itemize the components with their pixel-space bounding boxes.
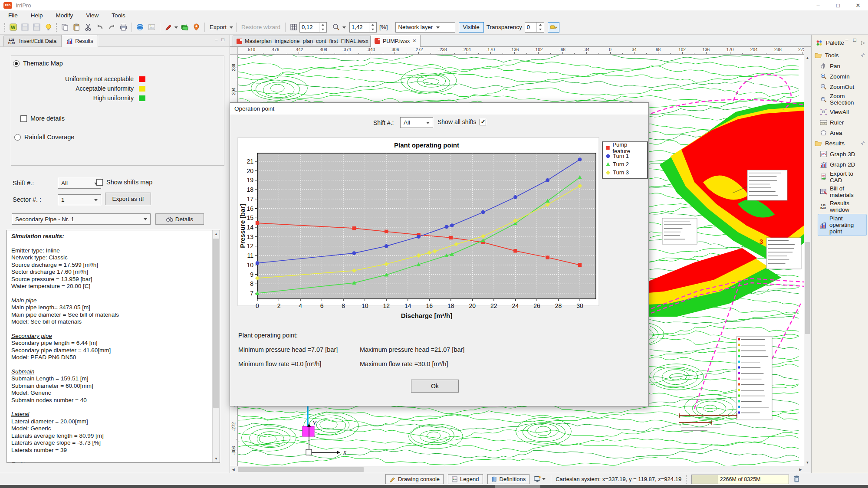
scroll-left-icon[interactable]: ◀ [230,466,237,473]
definitions-button[interactable]: Definitions [487,474,530,484]
transparency-input[interactable] [525,23,536,32]
cut-button[interactable] [82,21,94,33]
export-button[interactable]: Export [210,24,227,30]
save-all-button[interactable] [31,21,43,33]
palette-item-zoomout[interactable]: ZoomOut [812,82,868,92]
export-rtf-button[interactable]: Export as rtf [105,193,151,205]
export-dropdown-arrow[interactable] [230,26,233,30]
more-details-checkbox[interactable] [20,115,27,122]
toolbar-handle[interactable] [4,23,6,32]
menu-view[interactable]: View [82,12,102,19]
paste-button[interactable] [71,21,82,33]
view-mode-dropdown-arrow[interactable] [542,478,546,482]
palette-item-results-window[interactable]: 1,23E+03 Results window [812,199,868,214]
scrollbar-thumb[interactable] [805,242,810,334]
menu-help[interactable]: Help [27,12,47,19]
redo-button[interactable] [106,21,118,33]
map-horizontal-scrollbar[interactable]: ◀ ▶ [230,466,804,473]
scroll-down-icon[interactable]: ▼ [804,459,811,466]
pin-icon[interactable] [860,52,865,59]
shift-select[interactable]: All [58,178,101,189]
close-tab-icon[interactable]: ✕ [412,38,416,44]
pen-style-dropdown-arrow[interactable] [174,26,178,30]
panel-maximize-icon[interactable]: □ [221,37,224,42]
menu-file[interactable]: File [4,12,22,19]
view-mode-button[interactable] [534,476,546,482]
tab-insert-edit-data[interactable]: 1,23E+03 Insert/Edit Data [3,36,61,46]
grid-size-up[interactable] [319,23,326,27]
dialog-shift-select[interactable]: All [400,117,433,128]
transparency-down[interactable] [537,27,544,32]
palette-item-graph-2d[interactable]: Graph 2D [812,159,868,170]
gis-button[interactable] [191,21,202,33]
show-shifts-map-checkbox[interactable] [96,179,103,186]
maximize-window-button[interactable]: □ [828,0,848,10]
palette-section-tools[interactable]: Tools [812,50,868,61]
scrollbar-thumb[interactable] [238,467,364,472]
save-button[interactable] [19,21,31,33]
new-project-button[interactable]: W [7,21,19,33]
rainfall-coverage-radio[interactable] [14,134,21,141]
mdi-restore-icon[interactable]: □ [853,37,856,43]
zoom-level-stepper[interactable] [349,22,377,33]
ok-button[interactable]: Ok [411,380,459,393]
toolbar-handle[interactable] [56,23,57,32]
zoom-tool-button[interactable] [330,21,342,33]
zoom-level-input[interactable] [350,23,369,32]
costs-button[interactable] [179,21,191,33]
dialog-title[interactable]: Operation point [230,103,648,115]
tab-results[interactable]: Results [61,35,98,47]
legend-button[interactable]: Legend [448,474,483,484]
palette-item-zoom-selection[interactable]: Zoom Selection [812,92,868,107]
scrollbar-thumb[interactable] [213,239,219,408]
palette-item-area[interactable]: Area [812,128,868,138]
palette-item-viewall[interactable]: ViewAll [812,107,868,117]
palette-item-export-to-cad[interactable]: dxf Export to CAD [812,170,868,184]
grid-size-stepper[interactable] [299,22,327,33]
panel-minimize-icon[interactable]: – [215,37,217,42]
sector-select[interactable]: 1 [58,194,101,205]
layer-properties-button[interactable] [548,22,559,33]
pen-style-button[interactable] [162,21,174,33]
palette-item-plant-operating-point[interactable]: Plant operating point [818,214,867,236]
palette-collapse-icon[interactable]: ▷ [861,40,865,46]
scroll-right-icon[interactable]: ▶ [797,466,804,473]
palette-item-graph-3d[interactable]: Graph 3D [812,149,868,159]
palette-section-results[interactable]: Results [812,138,868,149]
tab-masterplan-document[interactable]: Masterplan_irrigazione_plan_cont_first_F… [233,36,371,46]
undo-button[interactable] [94,21,106,33]
restore-wizard-button[interactable]: Restore wizard [241,24,280,30]
google-earth-button[interactable] [134,21,146,33]
show-all-shifts-checkbox[interactable] [480,119,486,125]
pin-icon[interactable] [860,140,865,147]
thematic-map-radio[interactable] [13,60,20,67]
palette-item-zoomin[interactable]: ZoomIn [812,71,868,82]
layer-select[interactable]: Network layer [395,22,455,33]
scroll-up-icon[interactable]: ▲ [804,55,811,61]
tab-pump-document[interactable]: PUMP.iwsx ✕ [371,35,421,47]
zoom-dropdown-arrow[interactable] [342,26,346,30]
pipe-select[interactable]: Secondary Pipe - Nr. 1 [12,213,151,225]
palette-item-pan[interactable]: Pan [812,61,868,71]
grid-snap-button[interactable] [288,21,299,33]
palette-header[interactable]: Palette ▷ [812,37,868,50]
zoom-up[interactable] [369,23,376,27]
palette-item-ruler[interactable]: Ruler [812,117,868,128]
close-window-button[interactable]: ✕ [848,0,868,10]
menu-modify[interactable]: Modify [52,12,77,19]
map-vertical-scrollbar[interactable]: ▲ ▼ [804,55,811,466]
grid-size-input[interactable] [300,23,319,32]
grid-size-down[interactable] [319,27,326,32]
garbage-collect-button[interactable] [793,475,800,484]
menu-tools[interactable]: Tools [108,12,129,19]
memory-usage-indicator[interactable]: 2266M of 8325M [691,475,789,484]
details-button[interactable]: Details [155,213,204,225]
wizard-button[interactable] [43,21,54,33]
print-button[interactable] [118,21,129,33]
drawing-console-button[interactable]: Drawing console [385,474,444,484]
transparency-up[interactable] [537,23,544,27]
mdi-minimize-icon[interactable]: – [845,37,848,43]
palette-item-bill-of-materials[interactable]: Bill of materials [812,184,868,199]
copy-button[interactable] [59,21,71,33]
image-export-button[interactable] [146,21,158,33]
